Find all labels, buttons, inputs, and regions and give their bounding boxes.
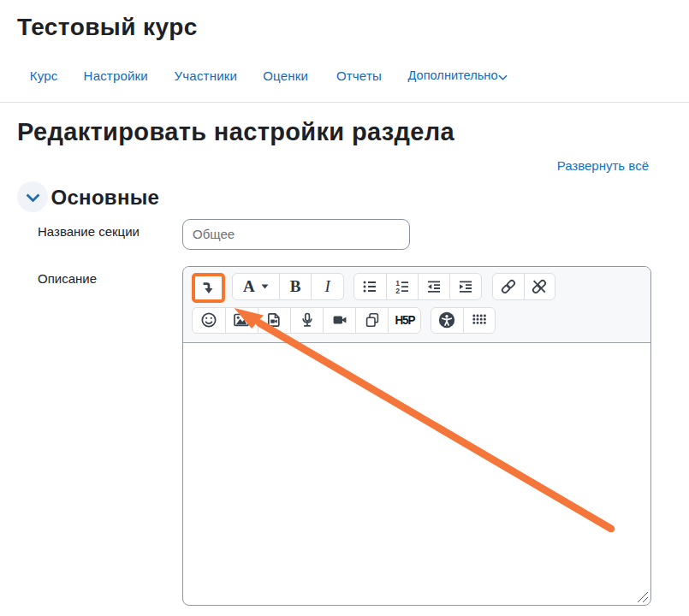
svg-text:2: 2: [395, 287, 400, 296]
svg-text:1: 1: [395, 279, 400, 287]
